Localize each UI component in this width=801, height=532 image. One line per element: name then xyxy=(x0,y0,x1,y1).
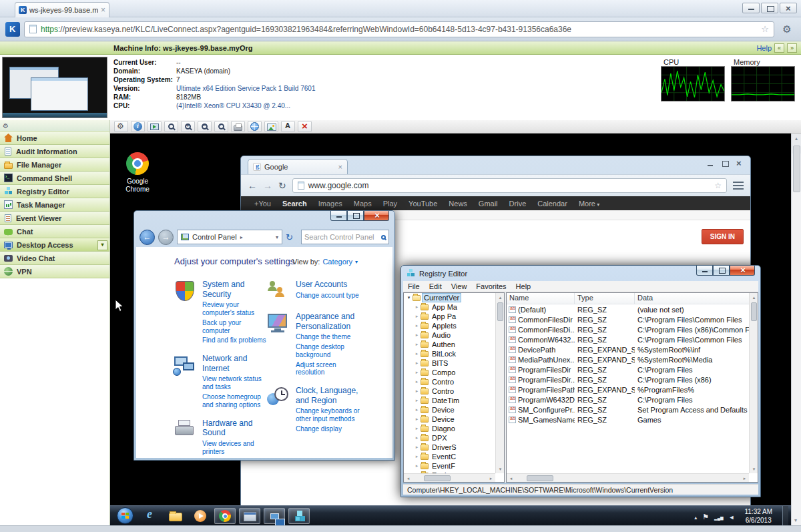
maximize-icon[interactable] xyxy=(347,211,364,221)
browser-vscrollbar[interactable] xyxy=(791,134,801,525)
sidebar-item[interactable]: Video Chat xyxy=(0,252,109,265)
expand-icon[interactable] xyxy=(414,314,420,319)
vertical-scrollbar[interactable] xyxy=(495,293,504,473)
taskbar-app[interactable] xyxy=(264,508,285,524)
registry-value-row[interactable]: MediaPathUnex... REG_EXPAND_SZ %SystemRo… xyxy=(507,354,749,364)
toolbar-button[interactable] xyxy=(114,121,128,132)
clock-region-icon[interactable] xyxy=(266,386,290,409)
chrome-menu-icon[interactable] xyxy=(733,182,744,190)
toolbar-button[interactable] xyxy=(181,121,195,132)
expand-icon[interactable] xyxy=(414,426,420,431)
browser-settings-icon[interactable] xyxy=(778,21,796,37)
omnibox[interactable]: www.google.com xyxy=(292,178,727,193)
registry-key[interactable]: CurrentVer xyxy=(404,293,495,302)
menu-item[interactable]: Favorites xyxy=(471,282,511,290)
toolbar-button[interactable] xyxy=(148,121,162,132)
category-title[interactable]: User Accounts xyxy=(296,280,360,290)
registry-key[interactable]: Device xyxy=(404,405,495,415)
category-title[interactable]: System and Security xyxy=(202,280,266,299)
google-nav-link[interactable]: More xyxy=(579,200,599,208)
expand-icon[interactable] xyxy=(414,323,420,328)
close-icon[interactable] xyxy=(736,160,744,167)
registry-key[interactable]: Diagno xyxy=(404,424,495,433)
sidebar-item[interactable]: Home xyxy=(0,131,109,145)
registry-value-row[interactable]: (Default) REG_SZ (value not set) xyxy=(507,304,749,314)
registry-key[interactable]: Contro xyxy=(404,377,495,386)
column-header-name[interactable]: Name xyxy=(507,293,575,304)
browser-tab[interactable]: Google xyxy=(248,159,348,174)
sidebar-item[interactable]: Audit Information xyxy=(0,145,109,158)
google-nav-link[interactable]: Gmail xyxy=(479,200,498,208)
reload-icon[interactable] xyxy=(278,180,286,191)
category-link[interactable]: View devices and printers xyxy=(202,440,266,456)
google-nav-link[interactable]: +You xyxy=(254,200,271,208)
horizontal-scrollbar[interactable] xyxy=(404,473,495,482)
back-icon[interactable] xyxy=(248,180,257,191)
registry-key[interactable]: BITS xyxy=(404,358,495,368)
toolbar-button[interactable] xyxy=(264,121,278,132)
category-link[interactable]: Change the theme xyxy=(296,333,360,341)
registry-value-row[interactable]: CommonFilesDir REG_SZ C:\Program Files\C… xyxy=(507,314,749,324)
close-icon[interactable] xyxy=(780,3,797,13)
category-title[interactable]: Hardware and Sound xyxy=(202,419,266,438)
bookmark-star-icon[interactable] xyxy=(714,181,722,190)
menu-item[interactable]: Help xyxy=(511,282,536,290)
hidden-icons-chevron-icon[interactable] xyxy=(694,510,697,522)
google-nav-link[interactable]: Play xyxy=(383,200,397,208)
taskbar-app[interactable] xyxy=(190,508,211,524)
registry-value-row[interactable]: ProgramFilesDir REG_SZ C:\Program Files xyxy=(507,364,749,374)
tab-close-icon[interactable] xyxy=(101,6,105,14)
windows-taskbar[interactable]: 11:32 AM 6/6/2013 xyxy=(110,505,791,525)
category-link[interactable]: Change display xyxy=(296,425,360,433)
category-link[interactable]: Change desktop background xyxy=(296,343,360,359)
category-title[interactable]: Network and Internet xyxy=(202,354,266,373)
minimize-icon[interactable] xyxy=(330,211,347,221)
taskbar-app[interactable] xyxy=(288,508,310,524)
minimize-icon[interactable] xyxy=(696,266,713,276)
category-link[interactable]: Adjust screen resolution xyxy=(296,361,360,377)
browser-titlebar[interactable]: ws-jkeyes-99.base.m xyxy=(0,0,801,17)
category-link[interactable]: View network status and tasks xyxy=(202,375,266,391)
registry-value-row[interactable]: SM_ConfigurePr... REG_SZ Set Program Acc… xyxy=(507,405,749,415)
registry-key[interactable]: App Pa xyxy=(404,312,495,321)
sidebar-item[interactable]: Desktop Access xyxy=(0,238,109,252)
expand-icon[interactable] xyxy=(414,435,420,441)
forward-icon[interactable] xyxy=(263,180,272,191)
google-nav-link[interactable]: YouTube xyxy=(409,200,437,208)
expand-icon[interactable] xyxy=(414,304,420,310)
action-center-flag-icon[interactable] xyxy=(702,510,709,522)
breadcrumb[interactable]: Control Panel xyxy=(177,230,282,244)
registry-value-row[interactable]: DevicePath REG_EXPAND_SZ %SystemRoot%\in… xyxy=(507,344,749,354)
toolbar-button[interactable] xyxy=(131,121,145,132)
registry-value-row[interactable]: ProgramW6432Dir REG_SZ C:\Program Files xyxy=(507,394,749,405)
search-input[interactable] xyxy=(304,233,381,241)
remote-desktop[interactable]: Google Chrome Google xyxy=(110,134,791,525)
chevron-down-icon[interactable] xyxy=(276,234,278,240)
forward-icon[interactable] xyxy=(158,230,174,245)
taskbar-app[interactable] xyxy=(140,508,162,524)
category-link[interactable]: Choose homegroup and sharing options xyxy=(202,393,266,409)
sidebar-item[interactable]: Registry Editor xyxy=(0,185,109,198)
chrome-shortcut[interactable]: Google Chrome xyxy=(117,152,158,194)
category-title[interactable]: Clock, Language, and Region xyxy=(296,386,360,405)
google-nav-link[interactable]: Maps xyxy=(354,200,372,208)
menu-item[interactable]: Edit xyxy=(425,282,447,290)
printer-icon[interactable] xyxy=(173,419,197,441)
registry-key[interactable]: EventC xyxy=(404,452,495,461)
registry-values-pane[interactable]: Name Type Data (Default) REG_SZ (value n… xyxy=(506,292,758,483)
category-link[interactable]: Change account type xyxy=(296,292,360,300)
window-titlebar[interactable]: Registry Editor xyxy=(401,266,760,281)
tab-close-icon[interactable] xyxy=(338,163,342,171)
google-nav-link[interactable]: News xyxy=(449,200,467,208)
registry-editor-window[interactable]: Registry Editor File Edit View Favorites xyxy=(400,265,761,497)
registry-key[interactable]: DateTim xyxy=(404,396,495,405)
back-icon[interactable] xyxy=(140,230,155,245)
sidebar-gear-icon[interactable] xyxy=(3,122,9,129)
network-icon[interactable] xyxy=(173,354,197,376)
category-link[interactable]: Change keyboards or other input methods xyxy=(296,407,360,423)
registry-key[interactable]: Audio xyxy=(404,330,495,340)
sign-in-button[interactable]: SIGN IN xyxy=(702,229,744,244)
maximize-icon[interactable] xyxy=(722,160,729,167)
close-icon[interactable] xyxy=(364,211,389,221)
taskbar-clock[interactable]: 11:32 AM 6/6/2013 xyxy=(744,507,772,525)
